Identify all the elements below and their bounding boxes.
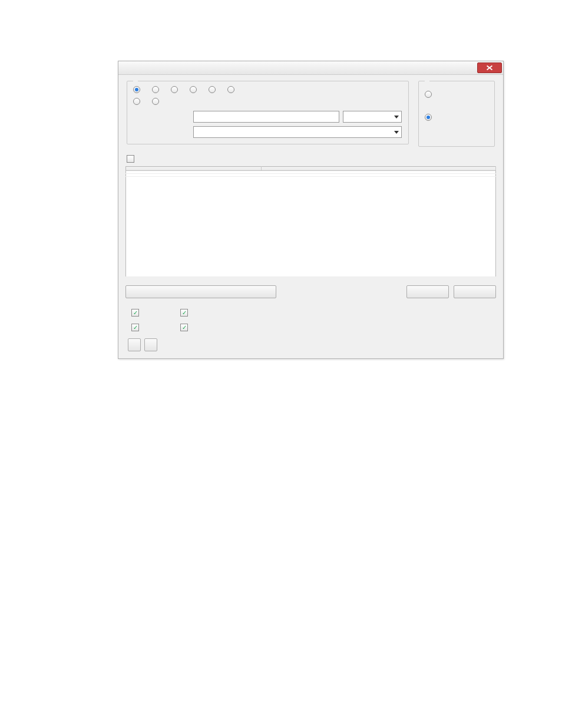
- command-type-combo[interactable]: [343, 111, 402, 123]
- radio-osd-2[interactable]: [133, 98, 143, 105]
- col-parameter: [126, 167, 262, 171]
- cancel-button[interactable]: [454, 285, 496, 298]
- close-icon: [478, 63, 501, 73]
- chevron-down-icon: [394, 116, 399, 118]
- command-type-input[interactable]: [193, 111, 339, 123]
- radio-adc-3[interactable]: [152, 98, 161, 105]
- port-p2[interactable]: [131, 324, 143, 331]
- parameter-table: [125, 166, 496, 277]
- titlebar: [118, 61, 503, 75]
- port-p1[interactable]: [131, 309, 143, 317]
- radio-spc-4[interactable]: [209, 86, 218, 93]
- radio-ssc-2[interactable]: [227, 86, 237, 93]
- format-group: [418, 81, 495, 147]
- uncheck-all-button[interactable]: [144, 338, 157, 351]
- header-button[interactable]: [125, 285, 276, 298]
- type-group: [127, 81, 409, 144]
- port-p3[interactable]: [180, 309, 191, 317]
- show-reserved-checkbox[interactable]: [127, 155, 134, 163]
- cdb-type-combo[interactable]: [193, 126, 402, 138]
- check-all-button[interactable]: [128, 338, 141, 351]
- ok-button[interactable]: [406, 285, 449, 298]
- radio-sbc-3[interactable]: [171, 86, 180, 93]
- port-p4[interactable]: [180, 324, 191, 331]
- ports-group: [131, 309, 496, 331]
- dialog-window: [118, 61, 504, 359]
- radio-any-scsi-command[interactable]: [133, 86, 143, 93]
- radio-hexadecimal[interactable]: [425, 114, 434, 121]
- radio-binary[interactable]: [425, 91, 434, 98]
- radio-mmc-6[interactable]: [152, 86, 161, 93]
- close-button[interactable]: [477, 62, 502, 73]
- radio-smc-3[interactable]: [190, 86, 199, 93]
- chevron-down-icon: [394, 131, 399, 134]
- col-value: [262, 167, 496, 171]
